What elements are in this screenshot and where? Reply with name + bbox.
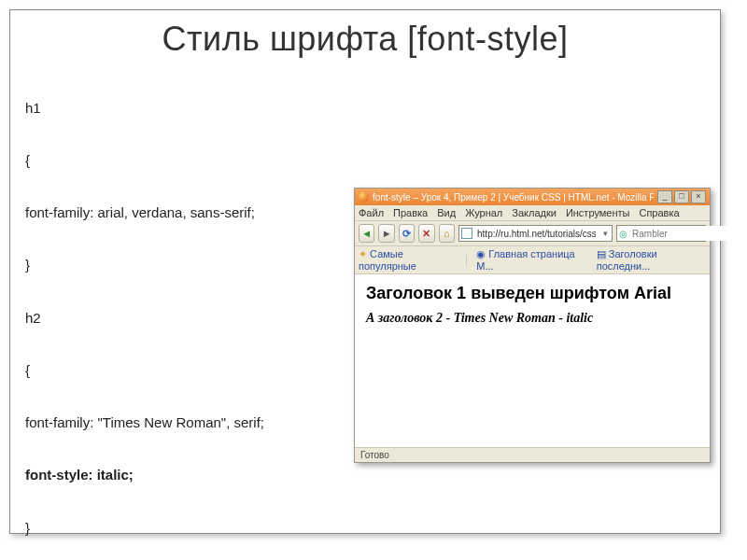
search-input[interactable]: [630, 226, 747, 241]
minimize-button[interactable]: _: [657, 190, 672, 203]
slide-title: Стиль шрифта [font-style]: [10, 20, 720, 59]
menu-view[interactable]: Вид: [437, 207, 456, 218]
menu-edit[interactable]: Правка: [393, 207, 428, 218]
status-text: Готово: [360, 450, 389, 460]
url-input[interactable]: [475, 226, 598, 241]
close-button[interactable]: ×: [691, 190, 706, 203]
maximize-button[interactable]: □: [674, 190, 689, 203]
code-line: font-style: italic;: [25, 467, 720, 484]
code-line: }: [25, 520, 720, 538]
menu-history[interactable]: Журнал: [465, 207, 502, 218]
browser-statusbar: Готово: [355, 447, 710, 462]
browser-titlebar: font-style – Урок 4, Пример 2 | Учебник …: [355, 189, 710, 205]
folder-icon: ✦: [359, 248, 367, 259]
slide-frame: Стиль шрифта [font-style] h1 { font-fami…: [9, 9, 721, 534]
code-line: {: [25, 152, 720, 170]
home-button[interactable]: ⌂: [439, 224, 455, 243]
menu-help[interactable]: Справка: [639, 207, 679, 218]
bookmark-popular[interactable]: ✦ Самые популярные: [359, 248, 457, 272]
menu-file[interactable]: Файл: [359, 207, 384, 218]
stop-button[interactable]: ✕: [418, 224, 434, 243]
browser-menubar: Файл Правка Вид Журнал Закладки Инструме…: [355, 205, 710, 221]
menu-tools[interactable]: Инструменты: [566, 207, 630, 218]
bookmarks-toolbar: ✦ Самые популярные ◉ Главная страница M.…: [355, 246, 710, 274]
back-button[interactable]: ◄: [359, 224, 374, 243]
browser-viewport: Заголовок 1 выведен шрифтом Arial А заго…: [355, 274, 710, 447]
search-engine-icon[interactable]: ◎: [619, 229, 627, 239]
code-line: h1: [25, 100, 720, 118]
window-title-text: font-style – Урок 4, Пример 2 | Учебник …: [373, 192, 654, 203]
search-box[interactable]: ◎: [616, 225, 706, 242]
page-icon: [461, 228, 472, 239]
rendered-h2: А заголовок 2 - Times New Roman - italic: [366, 311, 698, 326]
bookmark-latest-headlines[interactable]: ▤ Заголовки последни...: [597, 248, 706, 272]
firefox-icon: [359, 191, 369, 203]
browser-window: font-style – Урок 4, Пример 2 | Учебник …: [354, 188, 711, 463]
menu-bookmarks[interactable]: Закладки: [512, 207, 557, 218]
reload-button[interactable]: ⟳: [399, 224, 415, 243]
url-dropdown-icon[interactable]: ▾: [600, 229, 610, 238]
bookmark-mozilla-home[interactable]: ◉ Главная страница M...: [476, 248, 586, 272]
rendered-h1: Заголовок 1 выведен шрифтом Arial: [366, 284, 698, 303]
url-bar[interactable]: ▾: [458, 225, 613, 242]
separator: [466, 255, 467, 266]
forward-button[interactable]: ►: [378, 224, 394, 243]
browser-toolbar: ◄ ► ⟳ ✕ ⌂ ▾ ◎: [355, 221, 710, 246]
